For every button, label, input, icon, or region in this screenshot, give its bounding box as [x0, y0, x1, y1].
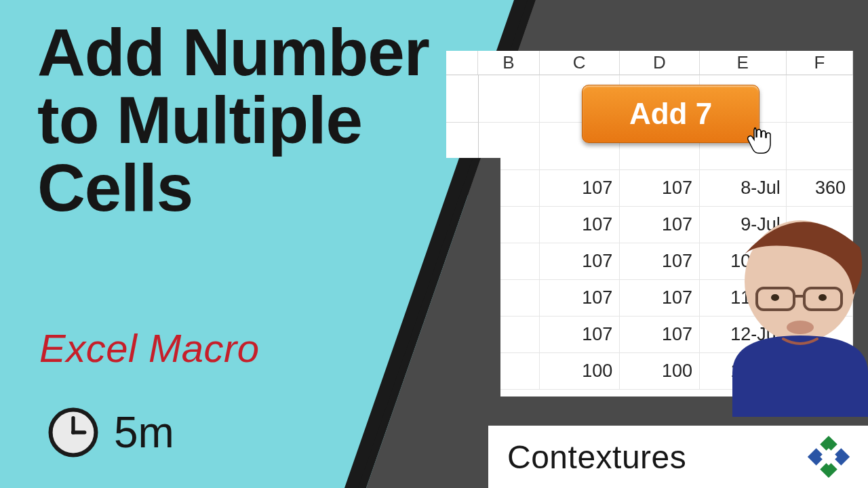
corner-cell	[446, 51, 478, 75]
cell-B[interactable]	[479, 170, 540, 207]
cell-E[interactable]: 9-Jul	[700, 207, 787, 243]
cell-B[interactable]	[479, 317, 540, 353]
thumbnail-frame: Add Number to Multiple Cells Excel Macro…	[0, 0, 868, 488]
table-row: 10710710-Jul	[479, 243, 853, 280]
col-header-F: F	[787, 51, 853, 75]
brand-name: Contextures	[507, 439, 791, 476]
cell-B[interactable]	[479, 207, 540, 243]
table-row: 10710711-Jul	[479, 280, 853, 317]
cell-F[interactable]: 360	[787, 170, 853, 207]
cell-E[interactable]: 12-Jul	[700, 317, 787, 353]
table-row: 10710712-Jul	[479, 317, 853, 353]
cell-D[interactable]: 107	[620, 243, 700, 280]
col-header-B: B	[478, 51, 540, 75]
cell-F[interactable]	[787, 317, 853, 353]
headline: Add Number to Multiple Cells	[37, 19, 429, 222]
headline-line2: to Multiple	[37, 87, 429, 155]
add7-button-label: Add 7	[629, 97, 712, 131]
cell-C[interactable]: 107	[540, 207, 620, 243]
cell-F[interactable]	[787, 243, 853, 280]
table-row: 10010013-Jul	[479, 353, 853, 390]
column-headers: BCDEF	[446, 51, 853, 75]
cell-C[interactable]: 107	[540, 317, 620, 353]
col-header-E: E	[700, 51, 787, 75]
cell-B[interactable]	[479, 123, 540, 170]
brand-strip: Contextures	[488, 426, 868, 488]
cell-D[interactable]: 100	[620, 353, 700, 390]
subtitle: Excel Macro	[39, 325, 260, 371]
cell-C[interactable]: 107	[540, 170, 620, 207]
col-header-C: C	[540, 51, 620, 75]
cell-D[interactable]: 107	[620, 170, 700, 207]
cell-B[interactable]	[479, 75, 540, 123]
cell-B[interactable]	[479, 353, 540, 390]
add7-button[interactable]: Add 7	[582, 85, 760, 143]
duration-block: 5m	[47, 407, 174, 458]
cell-F[interactable]	[787, 353, 853, 390]
contextures-logo-icon	[807, 435, 850, 479]
cell-D[interactable]: 107	[620, 317, 700, 353]
cell-E[interactable]: 11-Jul	[700, 280, 787, 317]
spreadsheet: BCDEF 56789 1071078-Jul3601071079-Jul107…	[446, 51, 853, 396]
svg-rect-20	[820, 448, 837, 465]
cell-C[interactable]: 107	[540, 280, 620, 317]
table-row: 1071078-Jul360	[479, 170, 853, 207]
cell-E[interactable]: 8-Jul	[700, 170, 787, 207]
cell-C[interactable]: 107	[540, 243, 620, 280]
cell-D[interactable]: 107	[620, 280, 700, 317]
cell-E[interactable]: 13-Jul	[700, 353, 787, 390]
cell-F[interactable]	[787, 75, 853, 123]
table-row: 1071079-Jul	[479, 207, 853, 243]
row-header	[446, 75, 479, 123]
cell-F[interactable]	[787, 280, 853, 317]
clock-icon	[47, 407, 99, 458]
cell-F[interactable]	[787, 207, 853, 243]
cell-E[interactable]: 10-Jul	[700, 243, 787, 280]
cell-F[interactable]	[787, 123, 853, 170]
duration-text: 5m	[114, 407, 174, 458]
cell-D[interactable]: 107	[620, 207, 700, 243]
col-header-D: D	[620, 51, 700, 75]
cell-B[interactable]	[479, 243, 540, 280]
headline-line1: Add Number	[37, 19, 429, 87]
svg-point-7	[71, 430, 75, 434]
cell-B[interactable]	[479, 280, 540, 317]
cell-C[interactable]: 100	[540, 353, 620, 390]
headline-line3: Cells	[37, 155, 429, 222]
